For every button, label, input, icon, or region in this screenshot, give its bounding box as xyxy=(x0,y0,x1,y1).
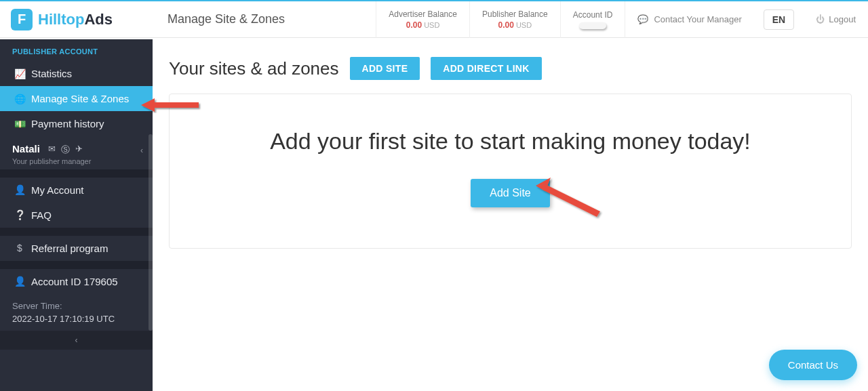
skype-icon[interactable]: Ⓢ xyxy=(61,144,70,156)
sidebar-server-time: Server Time: 2022-10-17 17:10:19 UTC xyxy=(0,294,153,331)
chart-icon: 📈 xyxy=(12,68,27,79)
sidebar-item-referral[interactable]: $ Referral program xyxy=(0,236,153,261)
sidebar-item-label: Statistics xyxy=(31,68,72,79)
sidebar-collapse-button[interactable]: ‹ xyxy=(0,331,153,350)
chat-icon: 💬 xyxy=(637,14,648,24)
telegram-icon[interactable]: ✈ xyxy=(75,144,83,156)
language-button[interactable]: EN xyxy=(764,9,794,30)
sidebar: PUBLISHER ACCOUNT 📈 Statistics 🌐 Manage … xyxy=(0,39,153,391)
user-icon: 👤 xyxy=(12,184,27,195)
page-title: Manage Site & Zones xyxy=(153,12,285,26)
sidebar-item-my-account[interactable]: 👤 My Account xyxy=(0,178,153,203)
sidebar-item-manage-sites[interactable]: 🌐 Manage Site & Zones xyxy=(0,86,153,111)
advertiser-balance: Advertiser Balance 0.00USD xyxy=(376,1,469,38)
contact-us-button[interactable]: Contact Us xyxy=(769,350,857,380)
user-icon: 👤 xyxy=(12,276,27,287)
publisher-balance: Publisher Balance 0.00USD xyxy=(469,1,560,38)
add-direct-link-button[interactable]: ADD DIRECT LINK xyxy=(431,57,541,80)
add-site-button-main[interactable]: Add Site xyxy=(471,179,549,207)
manager-name: Natali xyxy=(12,143,40,155)
sidebar-item-label: Payment history xyxy=(31,118,104,129)
main-content: Your sites & ad zones ADD SITE ADD DIREC… xyxy=(153,39,868,266)
sidebar-item-label: FAQ xyxy=(31,209,52,221)
globe-icon: 🌐 xyxy=(12,94,27,104)
logo[interactable]: F HilltopAds xyxy=(0,1,153,38)
sidebar-item-label: Manage Site & Zones xyxy=(31,93,129,104)
dollar-icon: $ xyxy=(12,243,27,253)
logo-text: HilltopAds xyxy=(38,11,113,28)
power-icon: ⏻ xyxy=(816,14,825,24)
top-header: F HilltopAds Manage Site & Zones Adverti… xyxy=(0,1,868,38)
mail-icon[interactable]: ✉ xyxy=(48,144,56,156)
sidebar-manager-block[interactable]: Natali ✉ Ⓢ ✈ ‹ Your publisher manager xyxy=(0,136,153,169)
sidebar-item-payment-history[interactable]: 💵 Payment history xyxy=(0,111,153,136)
logout-link[interactable]: ⏻ Logout xyxy=(804,14,868,24)
sidebar-item-statistics[interactable]: 📈 Statistics xyxy=(0,61,153,86)
empty-state-panel: Add your first site to start making mone… xyxy=(169,94,852,249)
manager-subtitle: Your publisher manager xyxy=(12,157,140,165)
question-icon: ❔ xyxy=(12,209,27,220)
sidebar-item-label: My Account xyxy=(31,184,84,196)
logo-icon: F xyxy=(11,9,33,30)
money-icon: 💵 xyxy=(12,119,27,129)
sidebar-item-label: Referral program xyxy=(31,243,108,254)
sidebar-item-label: Account ID 179605 xyxy=(31,276,118,287)
add-site-button-top[interactable]: ADD SITE xyxy=(350,57,420,80)
chevron-left-icon: ‹ xyxy=(140,146,143,155)
sidebar-item-account-id[interactable]: 👤 Account ID 179605 xyxy=(0,269,153,294)
contact-manager-link[interactable]: 💬 Contact Your Manager xyxy=(625,1,753,38)
chevron-left-icon: ‹ xyxy=(75,335,78,345)
sidebar-section-header: PUBLISHER ACCOUNT xyxy=(0,39,153,61)
account-id-header: Account ID xyxy=(560,1,625,38)
main-title: Your sites & ad zones xyxy=(169,58,339,79)
panel-heading: Add your first site to start making mone… xyxy=(197,128,824,155)
sidebar-item-faq[interactable]: ❔ FAQ xyxy=(0,203,153,228)
